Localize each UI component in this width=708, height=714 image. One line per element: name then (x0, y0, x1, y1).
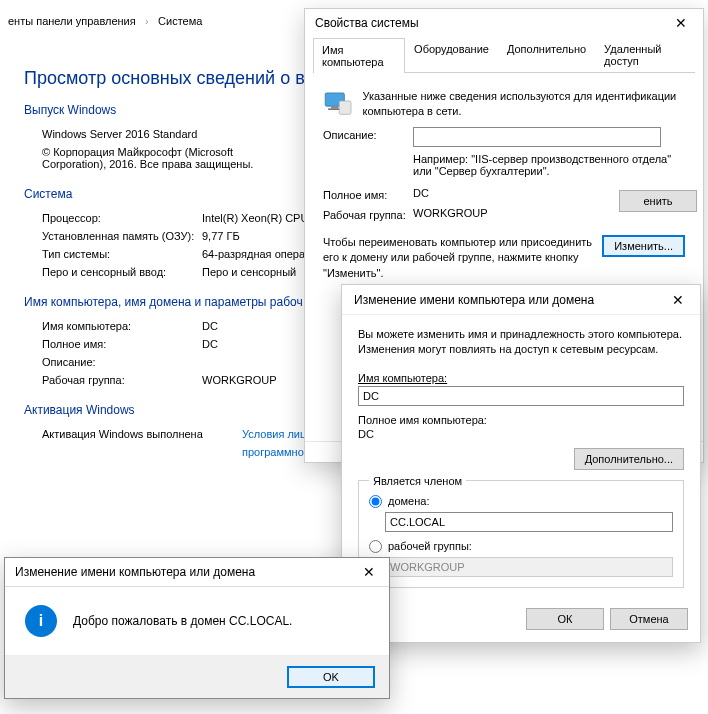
tab-computer-name[interactable]: Имя компьютера (313, 38, 405, 73)
os-name: Windows Server 2016 Standard (42, 128, 197, 140)
fullname-value: DC (358, 428, 684, 440)
message-text: Добро пожаловать в домен CC.LOCAL. (73, 614, 292, 628)
titlebar[interactable]: Свойства системы ✕ (305, 9, 703, 37)
workgroup-label: Рабочая группа: (42, 374, 202, 386)
sp-desc-label: Описание: (323, 127, 413, 141)
activation-status: Активация Windows выполнена (42, 428, 242, 440)
compname-label: Имя компьютера: (42, 320, 202, 332)
rename-text: Чтобы переименовать компьютер или присое… (323, 235, 602, 281)
advanced-button[interactable]: Дополнительно... (574, 448, 684, 470)
compname-value: DC (202, 320, 218, 332)
close-icon[interactable]: ✕ (659, 9, 703, 37)
change-button[interactable]: Изменить... (602, 235, 685, 257)
copyright: © Корпорация Майкрософт (Microsoft Corpo… (42, 146, 282, 170)
info-text: Указанные ниже сведения используются для… (362, 89, 685, 120)
close-icon[interactable]: ✕ (349, 558, 389, 586)
fullname-label: Полное имя: (42, 338, 202, 350)
cancel-button[interactable]: Отмена (610, 608, 688, 630)
pen-value: Перо и сенсорный (202, 266, 296, 278)
message-body: i Добро пожаловать в домен CC.LOCAL. (5, 586, 389, 656)
workgroup-input (385, 557, 673, 577)
tab-advanced[interactable]: Дополнительно (498, 37, 595, 72)
breadcrumb-current[interactable]: Система (158, 15, 202, 27)
dialog-body: Вы можете изменить имя и принадлежность … (342, 315, 700, 600)
tab-body: Указанные ниже сведения используются для… (305, 73, 703, 289)
pen-label: Перо и сенсорный ввод: (42, 266, 202, 278)
systype-value: 64-разрядная опера (202, 248, 305, 260)
sp-full-label: Полное имя: (323, 187, 413, 201)
svg-rect-1 (331, 106, 338, 108)
workgroup-radio-label: рабочей группы: (388, 540, 472, 552)
processor-value: Intel(R) Xeon(R) CPU (202, 212, 308, 224)
svg-rect-3 (339, 101, 351, 114)
workgroup-value: WORKGROUP (202, 374, 277, 386)
titlebar[interactable]: Изменение имени компьютера или домена ✕ (342, 285, 700, 315)
ok-button[interactable]: OK (287, 666, 375, 688)
name-change-dialog: Изменение имени компьютера или домена ✕ … (341, 284, 701, 643)
desc-hint: Например: "IIS-сервер производственного … (413, 153, 685, 177)
ok-button[interactable]: ОК (526, 608, 604, 630)
domain-radio[interactable] (369, 495, 382, 508)
description-label: Описание: (42, 356, 202, 368)
titlebar[interactable]: Изменение имени компьютера или домена ✕ (5, 558, 389, 586)
dialog-title: Изменение имени компьютера или домена (15, 565, 349, 579)
compname-label: Имя компьютера: (358, 372, 684, 384)
info-icon: i (25, 605, 57, 637)
fullname-label: Полное имя компьютера: (358, 414, 684, 426)
fullname-value: DC (202, 338, 218, 350)
processor-label: Процессор: (42, 212, 202, 224)
sp-wg-label: Рабочая группа: (323, 207, 413, 221)
domain-radio-label: домена: (388, 495, 429, 507)
welcome-messagebox: Изменение имени компьютера или домена ✕ … (4, 557, 390, 699)
tabstrip: Имя компьютера Оборудование Дополнительн… (313, 37, 695, 73)
computer-name-input[interactable] (358, 386, 684, 406)
apply-button[interactable]: енить (619, 190, 697, 212)
ram-value: 9,77 ГБ (202, 230, 240, 242)
domain-input[interactable] (385, 512, 673, 532)
workgroup-radio[interactable] (369, 540, 382, 553)
computer-icon (323, 87, 352, 121)
intro-text: Вы можете изменить имя и принадлежность … (358, 327, 684, 358)
ram-label: Установленная память (ОЗУ): (42, 230, 202, 242)
dialog-title: Изменение имени компьютера или домена (354, 293, 656, 307)
dialog-title: Свойства системы (315, 16, 659, 30)
member-group: Является членом домена: рабочей группы: (358, 480, 684, 588)
breadcrumb-prev[interactable]: енты панели управления (8, 15, 136, 27)
breadcrumb-sep: › (145, 15, 149, 27)
description-input[interactable] (413, 127, 661, 147)
dialog-buttons: OK (5, 656, 389, 698)
systype-label: Тип системы: (42, 248, 202, 260)
close-icon[interactable]: ✕ (656, 286, 700, 314)
tab-hardware[interactable]: Оборудование (405, 37, 498, 72)
tab-remote[interactable]: Удаленный доступ (595, 37, 695, 72)
member-group-title: Является членом (369, 475, 466, 487)
dialog-buttons: ОК Отмена (342, 600, 700, 642)
